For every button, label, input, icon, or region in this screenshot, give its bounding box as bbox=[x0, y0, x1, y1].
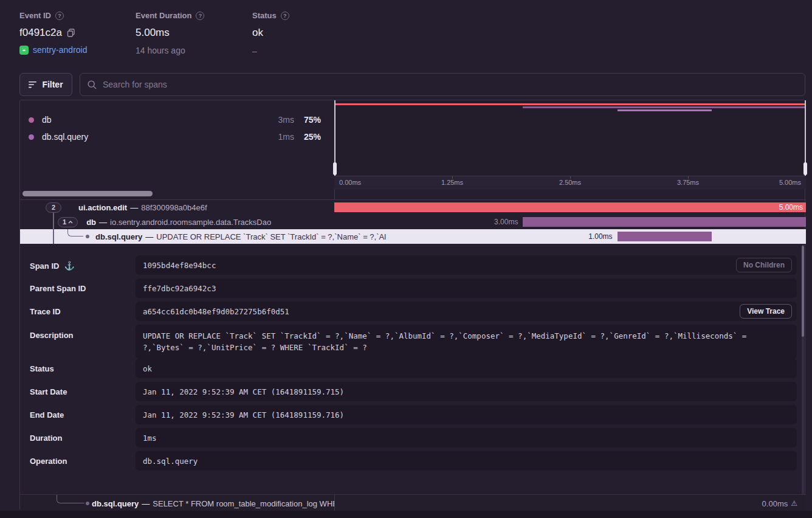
start-date-value: Jan 11, 2022 9:52:39 AM CET (1641891159.… bbox=[136, 382, 797, 401]
legend-op: db.sql.query bbox=[42, 132, 266, 142]
span-op: db.sql.query bbox=[92, 499, 139, 508]
minimap-right-handle[interactable] bbox=[803, 162, 807, 175]
chevron-up-icon bbox=[68, 221, 73, 224]
children-count-badge[interactable]: 1 bbox=[58, 217, 78, 227]
operation-value: db.sql.query bbox=[136, 451, 797, 471]
span-op: ui.action.edit bbox=[78, 203, 127, 212]
help-icon[interactable]: ? bbox=[281, 12, 289, 20]
hscroll-thumb[interactable] bbox=[22, 191, 153, 196]
field-label: Start Date bbox=[30, 387, 67, 396]
event-duration-block: Event Duration ? 5.00ms 14 hours ago bbox=[136, 11, 251, 55]
minimap-bar-db bbox=[523, 106, 806, 108]
field-label: Parent Span ID bbox=[30, 284, 86, 293]
axis-tick-label: 1.25ms bbox=[441, 179, 463, 186]
span-bar[interactable]: 5.00ms bbox=[334, 202, 806, 212]
android-platform-icon bbox=[19, 46, 29, 55]
span-duration: 1.00ms bbox=[588, 232, 612, 241]
axis-tick-label: 5.00ms bbox=[779, 179, 801, 186]
event-duration-label: Event Duration bbox=[136, 11, 191, 20]
tree-guide-line bbox=[53, 229, 54, 244]
anchor-icon[interactable]: ⚓ bbox=[64, 261, 74, 271]
view-trace-button[interactable]: View Trace bbox=[740, 304, 792, 319]
span-bar[interactable] bbox=[618, 232, 712, 241]
axis-tick-label: 2.50ms bbox=[559, 179, 581, 186]
legend-percent: 75% bbox=[294, 115, 321, 125]
op-color-dot bbox=[29, 117, 34, 123]
description-value: UPDATE OR REPLACE `Track` SET `TrackId` … bbox=[136, 325, 797, 359]
legend-op: db bbox=[42, 115, 266, 125]
children-count-badge[interactable]: 2 bbox=[46, 202, 61, 213]
no-children-button[interactable]: No Children bbox=[736, 258, 792, 272]
tree-connector-dot bbox=[86, 235, 89, 238]
status-sub: – bbox=[252, 46, 349, 56]
tree-connector bbox=[67, 229, 83, 237]
legend-duration: 1ms bbox=[266, 132, 294, 142]
span-tree: 2 ui.action.edit — 88f300998a0b4e6f 5.00… bbox=[20, 200, 806, 244]
copy-icon[interactable] bbox=[67, 29, 75, 37]
event-duration-value: 5.00ms bbox=[136, 27, 170, 39]
span-row-ui-action-edit[interactable]: 2 ui.action.edit — 88f300998a0b4e6f 5.00… bbox=[20, 200, 806, 215]
minimap-bar-db-sql-query bbox=[618, 109, 712, 111]
field-label: Span ID bbox=[30, 261, 59, 271]
timeline-axis: 0.00ms 1.25ms 2.50ms 3.75ms 5.00ms bbox=[334, 176, 806, 189]
span-duration: 3.00ms bbox=[494, 218, 518, 226]
event-time-ago: 14 hours ago bbox=[136, 46, 251, 55]
span-search bbox=[80, 73, 805, 96]
status-value-box: ok bbox=[136, 359, 797, 378]
field-label: Trace ID bbox=[30, 307, 61, 316]
tree-connector-dot bbox=[86, 502, 89, 505]
legend-percent: 25% bbox=[294, 132, 321, 142]
parent-span-id-value: ffe7dbc92a6942c3 bbox=[136, 278, 797, 298]
details-vscroll bbox=[802, 244, 804, 510]
span-op: db bbox=[86, 218, 96, 227]
legend-row-db[interactable]: db 3ms 75% bbox=[20, 111, 334, 128]
trace-panel: db 3ms 75% db.sql.query 1ms 25% 0.00ms bbox=[19, 100, 805, 511]
project-name: sentry-android bbox=[33, 45, 88, 55]
status-block: Status ? ok – bbox=[252, 11, 349, 56]
event-id-value: f0491c2a bbox=[19, 27, 62, 39]
span-row-db[interactable]: 1 db — io.sentry.android.roomsample.data… bbox=[20, 215, 806, 229]
span-bar[interactable] bbox=[523, 217, 806, 227]
span-row-db-sql-query-select[interactable]: db.sql.query — SELECT * FROM room_table_… bbox=[20, 494, 806, 511]
event-id-label: Event ID bbox=[19, 11, 51, 20]
search-icon bbox=[88, 80, 97, 89]
status-label: Status bbox=[252, 11, 277, 20]
tree-connector bbox=[57, 495, 84, 503]
span-desc: io.sentry.android.roomsample.data.Tracks… bbox=[110, 218, 271, 227]
field-label: Status bbox=[30, 364, 54, 373]
filter-icon bbox=[29, 81, 37, 88]
field-label: Duration bbox=[30, 433, 62, 443]
minimap-left-handle[interactable] bbox=[333, 162, 337, 175]
span-desc: 88f300998a0b4e6f bbox=[141, 203, 207, 212]
help-icon[interactable]: ? bbox=[55, 12, 64, 20]
op-color-dot bbox=[29, 134, 34, 140]
span-op: db.sql.query bbox=[95, 232, 142, 241]
span-details: Span ID ⚓ 1095bd4ef8e94bcc No Children P… bbox=[20, 244, 806, 494]
vscroll-thumb[interactable] bbox=[802, 246, 804, 337]
span-row-db-sql-query-selected[interactable]: db.sql.query — UPDATE OR REPLACE `Track`… bbox=[20, 229, 806, 244]
field-label: Operation bbox=[30, 457, 67, 466]
axis-tick-label: 0.00ms bbox=[339, 179, 361, 186]
field-label: End Date bbox=[30, 410, 64, 420]
trace-id-value: a654cc61dc0b48ef9d0b27275b6f0d51 View Tr… bbox=[136, 302, 797, 321]
end-date-value: Jan 11, 2022 9:52:39 AM CET (1641891159.… bbox=[136, 405, 797, 424]
tree-hscroll bbox=[20, 189, 806, 200]
axis-tick-label: 3.75ms bbox=[677, 179, 699, 186]
timeline-minimap[interactable] bbox=[334, 100, 806, 176]
span-detail-page: Event ID ? f0491c2a sentry-android Event… bbox=[0, 0, 812, 511]
span-desc: SELECT * FROM room_table_modification_lo… bbox=[153, 499, 334, 508]
search-input[interactable] bbox=[103, 80, 797, 89]
warning-icon: ⚠ bbox=[791, 499, 797, 508]
legend-row-db-sql-query[interactable]: db.sql.query 1ms 25% bbox=[20, 128, 334, 145]
duration-value: 1ms bbox=[136, 428, 797, 447]
minimap-bar-root bbox=[334, 103, 806, 105]
span-id-value: 1095bd4ef8e94bcc No Children bbox=[136, 255, 797, 275]
project-link[interactable]: sentry-android bbox=[19, 45, 135, 55]
status-value: ok bbox=[252, 27, 263, 39]
span-duration: 5.00ms bbox=[779, 202, 803, 212]
field-label: Description bbox=[30, 331, 74, 340]
filter-button[interactable]: Filter bbox=[19, 73, 72, 96]
legend-duration: 3ms bbox=[266, 115, 294, 125]
help-icon[interactable]: ? bbox=[196, 12, 204, 20]
event-id-block: Event ID ? f0491c2a sentry-android bbox=[19, 11, 135, 55]
